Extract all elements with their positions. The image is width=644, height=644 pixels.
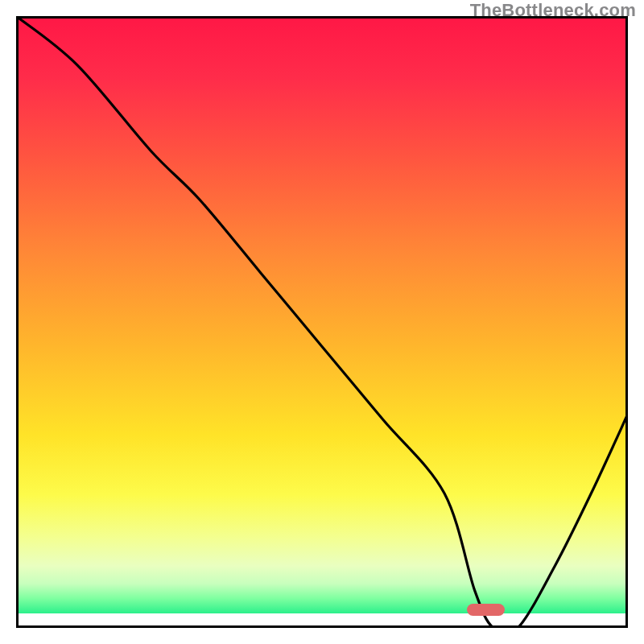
optimal-marker [467,604,505,616]
bottleneck-curve-path [16,16,628,628]
chart-line [16,16,628,628]
chart-canvas: TheBottleneck.com [0,0,644,644]
